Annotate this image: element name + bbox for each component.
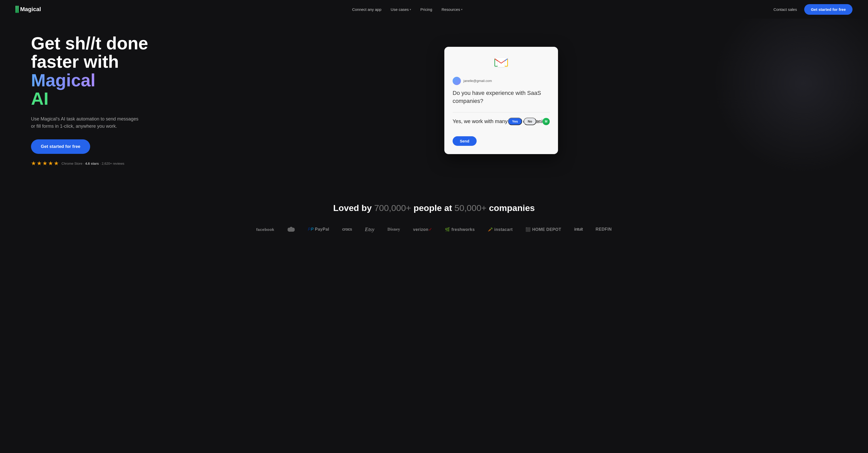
nav-resources[interactable]: Resources ▾ <box>441 7 462 11</box>
stars-row: ★★★★★ Chrome Store · 4.6 stars · 2,620+ … <box>31 160 165 167</box>
intuit-logo: intuit <box>574 227 583 232</box>
nav-cta-button[interactable]: Get started for free <box>804 4 852 15</box>
email-from-row: janelle@gmail.com <box>453 77 550 85</box>
hero-right: janelle@gmail.com Do you have experience… <box>165 47 837 154</box>
logo[interactable]: Magical <box>16 6 41 13</box>
social-proof-section: Loved by 700,000+ people at 50,000+ comp… <box>0 188 868 246</box>
cursor-icon: ↖ <box>538 119 541 123</box>
disney-logo: Disney <box>388 227 400 232</box>
chevron-down-icon: ▾ <box>410 8 411 11</box>
social-proof-title: Loved by 700,000+ people at 50,000+ comp… <box>10 203 858 213</box>
hero-left: Get sh//t done faster with Magical AI Us… <box>31 34 165 167</box>
gmail-logo <box>453 55 550 70</box>
rating-text: Chrome Store · 4.6 stars · 2,620+ review… <box>61 162 124 166</box>
salesforce-logo <box>287 226 295 233</box>
freshworks-logo: 🌿 freshworks <box>445 227 475 232</box>
crocs-logo: crocs <box>342 227 352 232</box>
email-question: Do you have experience with SaaS compani… <box>453 89 550 105</box>
hero-cta-button[interactable]: Get started for free <box>31 139 90 154</box>
hero-title: Get sh//t done faster with Magical AI <box>31 34 165 108</box>
redfin-logo: REDFIN <box>596 227 612 232</box>
navbar: Magical Connect any app Use cases ▾ Pric… <box>0 0 868 19</box>
logo-mark <box>16 6 19 13</box>
etsy-logo: Etsy <box>365 227 375 232</box>
hero-subtitle: Use Magical's AI task automation to send… <box>31 115 140 130</box>
company-logos-row: facebook PP PayPal crocs Etsy Disney ver… <box>10 226 858 233</box>
verizon-logo: verizon✓ <box>413 227 432 232</box>
reply-area: Yes, we work with many SaaS companies. Y… <box>453 118 550 125</box>
logo-text: Magical <box>20 6 41 13</box>
magic-icon: M <box>542 118 550 125</box>
hero-section: Get sh//t done faster with Magical AI Us… <box>0 19 868 188</box>
no-pill[interactable]: No <box>524 118 536 125</box>
instacart-logo: 🥕 instacart <box>488 227 513 232</box>
avatar <box>453 77 461 85</box>
paypal-logo: PP PayPal <box>308 227 330 232</box>
nav-use-cases[interactable]: Use cases ▾ <box>391 7 411 11</box>
nav-links: Connect any app Use cases ▾ Pricing Reso… <box>352 7 462 11</box>
yes-pill[interactable]: Yes <box>508 118 522 125</box>
nav-pricing[interactable]: Pricing <box>420 7 432 11</box>
nav-connect-any-app[interactable]: Connect any app <box>352 7 381 11</box>
svg-point-10 <box>290 227 292 229</box>
facebook-logo: facebook <box>256 227 274 232</box>
email-address: janelle@gmail.com <box>463 79 492 83</box>
nav-right: Contact sales Get started for free <box>773 4 852 15</box>
suggestion-pills: Yes No ↖ M <box>508 118 550 125</box>
demo-card: janelle@gmail.com Do you have experience… <box>444 47 558 154</box>
hero-cta-wrap: Get started for free <box>31 139 165 154</box>
star-icons: ★★★★★ <box>31 160 59 167</box>
chevron-down-icon: ▾ <box>461 8 462 11</box>
send-button[interactable]: Send <box>453 136 476 146</box>
homedepot-logo: ⬛ HOME DEPOT <box>525 227 561 232</box>
contact-sales-link[interactable]: Contact sales <box>773 7 797 11</box>
